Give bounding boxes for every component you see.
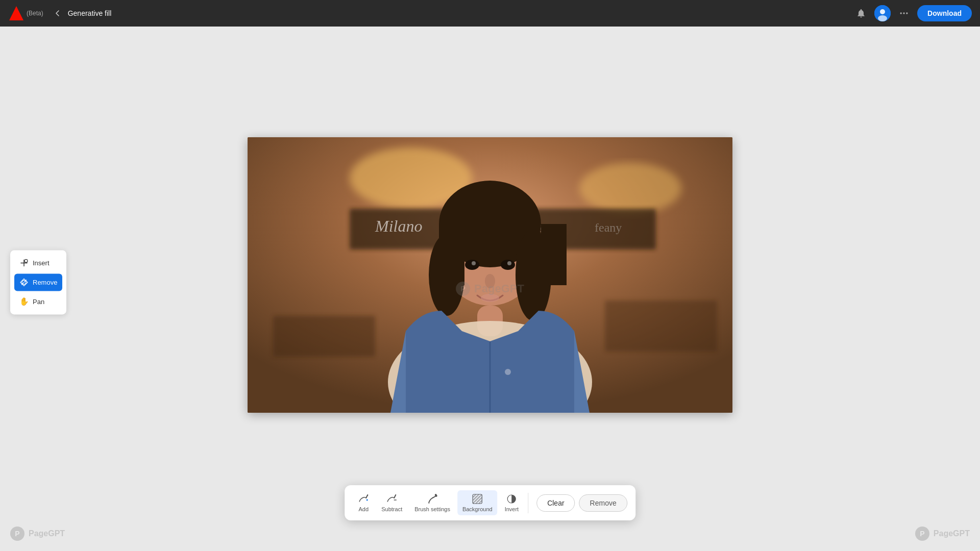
invert-tool-btn[interactable]: Invert (500, 490, 524, 515)
insert-label: Insert (33, 259, 50, 267)
background-label: Background (462, 506, 493, 512)
brush-settings-icon (427, 493, 438, 505)
brush-settings-btn[interactable]: Brush settings (409, 490, 455, 515)
svg-marker-0 (9, 6, 23, 20)
svg-point-23 (465, 260, 479, 270)
invert-icon (506, 493, 517, 505)
svg-point-33 (24, 259, 28, 262)
svg-point-3 (878, 15, 887, 21)
bottom-toolbar: Add Subtract Brush settings (345, 485, 635, 520)
pan-icon: ✋ (19, 297, 29, 306)
notification-icon[interactable] (856, 8, 866, 18)
watermark-bottom-right: P PageGPT (915, 527, 970, 541)
adobe-logo (8, 5, 24, 21)
add-label: Add (358, 506, 369, 512)
background-tool-btn[interactable]: Background (457, 490, 498, 515)
pan-label: Pan (33, 298, 44, 306)
svg-rect-15 (273, 316, 375, 357)
watermark-bottom-left: P PageGPT (10, 527, 65, 541)
svg-rect-21 (439, 224, 464, 285)
page-title: Generative fill (68, 9, 112, 17)
subtract-label: Subtract (381, 506, 402, 512)
svg-point-5 (903, 12, 904, 14)
brush-settings-label: Brush settings (414, 506, 450, 512)
svg-point-27 (485, 274, 495, 288)
remove-label: Remove (33, 279, 57, 286)
svg-point-32 (505, 369, 511, 375)
subtract-tool-btn[interactable]: Subtract (376, 490, 407, 515)
svg-text:feany: feany (595, 221, 622, 234)
svg-point-9 (579, 163, 681, 214)
toolbar-divider (528, 493, 528, 513)
remove-button[interactable]: Remove (579, 494, 627, 512)
topbar-right: Download (856, 5, 972, 21)
insert-icon (19, 258, 29, 267)
pan-tool[interactable]: ✋ Pan (14, 293, 62, 310)
invert-label: Invert (505, 506, 519, 512)
clear-button[interactable]: Clear (536, 494, 575, 512)
subtract-brush-icon (386, 493, 398, 505)
avatar[interactable] (874, 5, 891, 21)
left-toolbar: Insert Remove ✋ Pan (10, 250, 66, 314)
svg-point-2 (880, 9, 885, 14)
canvas-area: Milano Mia Münz feany (0, 27, 980, 551)
svg-point-24 (501, 260, 515, 270)
image-container[interactable]: Milano Mia Münz feany (248, 137, 732, 413)
svg-point-4 (900, 12, 902, 14)
svg-rect-16 (605, 300, 717, 352)
svg-point-35 (367, 495, 368, 496)
photo-bg: Milano Mia Münz feany (248, 137, 732, 413)
topbar: (Beta) Generative fill Download (0, 0, 980, 27)
remove-tool[interactable]: Remove (14, 273, 62, 291)
svg-point-25 (472, 261, 476, 265)
svg-point-6 (906, 12, 908, 14)
add-brush-icon (358, 493, 369, 505)
beta-label: (Beta) (27, 10, 43, 17)
svg-rect-22 (541, 224, 567, 285)
svg-text:Milano: Milano (375, 217, 422, 235)
add-tool-btn[interactable]: Add (353, 490, 374, 515)
more-icon[interactable] (899, 8, 909, 18)
svg-point-28 (481, 294, 499, 302)
back-button[interactable] (52, 7, 64, 19)
background-icon (472, 493, 483, 505)
remove-icon (19, 278, 29, 287)
download-button[interactable]: Download (917, 5, 972, 21)
svg-point-26 (507, 261, 511, 265)
insert-tool[interactable]: Insert (14, 254, 62, 271)
